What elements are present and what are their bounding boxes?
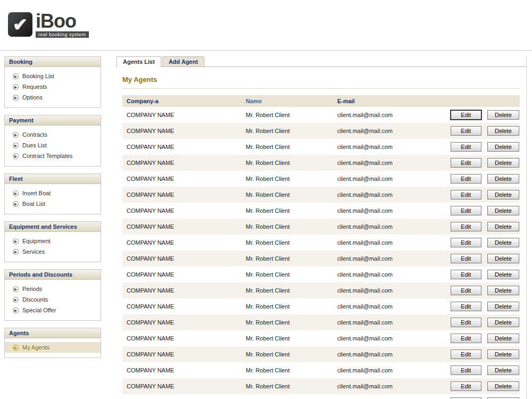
company-cell: COMPANY NAME bbox=[122, 187, 242, 203]
tab[interactable]: Add Agent bbox=[162, 56, 204, 67]
name-cell: Mr. Robert Client bbox=[242, 251, 333, 267]
sidebar-item-label: Options bbox=[22, 94, 43, 101]
email-cell: client.mail@mail.com bbox=[333, 251, 446, 267]
edit-button[interactable]: Edit bbox=[451, 270, 481, 279]
name-cell: Mr. Robert Client bbox=[242, 155, 333, 171]
delete-button[interactable]: Delete bbox=[487, 365, 519, 375]
delete-button[interactable]: Delete bbox=[487, 238, 519, 247]
delete-button[interactable]: Delete bbox=[487, 270, 519, 279]
sidebar-item-label: Special Offer bbox=[22, 307, 56, 313]
edit-button[interactable]: Edit bbox=[451, 206, 481, 215]
tab[interactable]: Agents List bbox=[117, 56, 161, 67]
name-cell: Mr. Robert Client bbox=[242, 219, 333, 235]
sidebar-item[interactable]: ▶ Contracts bbox=[5, 129, 101, 140]
email-cell: client.mail@mail.com bbox=[333, 219, 446, 235]
table-row: COMPANY NAME Mr. Robert Client client.ma… bbox=[122, 219, 520, 235]
delete-button[interactable]: Delete bbox=[487, 142, 519, 152]
email-cell: client.mail@mail.com bbox=[333, 267, 446, 282]
sidebar-item[interactable]: ▶ Equipment bbox=[5, 236, 101, 246]
delete-button[interactable]: Delete bbox=[487, 254, 519, 263]
table-row: COMPANY NAME Mr. Robert Client client.ma… bbox=[122, 139, 520, 155]
delete-button[interactable]: Delete bbox=[487, 334, 519, 343]
sidebar-item[interactable]: ▶ Booking List bbox=[5, 71, 101, 81]
sidebar-item[interactable]: ▶ Special Offer bbox=[5, 305, 101, 315]
name-cell: Mr. Robert Client bbox=[242, 330, 333, 346]
edit-button[interactable]: Edit bbox=[451, 238, 481, 247]
edit-button[interactable]: Edit bbox=[451, 334, 481, 343]
table-row: COMPANY NAME Mr. Robert Client client.ma… bbox=[122, 235, 520, 251]
edit-button[interactable]: Edit bbox=[451, 110, 481, 120]
delete-button[interactable]: Delete bbox=[487, 206, 519, 215]
delete-button[interactable]: Delete bbox=[487, 381, 519, 391]
name-cell: Mr. Robert Client bbox=[242, 394, 333, 399]
sidebar: Booking ▶ Booking List ▶ Requests ▶ Opti… bbox=[4, 56, 101, 365]
sidebar-section-agents: Agents ▶ My Agents bbox=[4, 328, 101, 358]
email-cell: client.mail@mail.com bbox=[333, 123, 446, 139]
sidebar-item[interactable]: ▶ Insert Boat bbox=[5, 188, 101, 198]
name-cell: Mr. Robert Client bbox=[242, 187, 333, 203]
edit-button[interactable]: Edit bbox=[451, 222, 481, 231]
sidebar-item-label: Contract Templates bbox=[22, 153, 73, 159]
edit-button[interactable]: Edit bbox=[451, 318, 481, 327]
edit-button[interactable]: Edit bbox=[451, 190, 481, 200]
edit-button[interactable]: Edit bbox=[451, 350, 481, 359]
sidebar-section-payment: Payment ▶ Contracts ▶ Dues List ▶ Contra… bbox=[4, 115, 101, 167]
sidebar-item-label: Insert Boat bbox=[22, 190, 51, 196]
sidebar-item[interactable]: ▶ Discounts bbox=[5, 294, 101, 305]
delete-button[interactable]: Delete bbox=[487, 286, 519, 295]
delete-button[interactable]: Delete bbox=[487, 190, 519, 200]
arrow-icon: ▶ bbox=[13, 307, 19, 313]
email-cell: client.mail@mail.com bbox=[333, 171, 446, 187]
email-cell: client.mail@mail.com bbox=[333, 330, 446, 346]
edit-button[interactable]: Edit bbox=[451, 174, 481, 184]
email-cell: client.mail@mail.com bbox=[333, 139, 446, 155]
email-cell: client.mail@mail.com bbox=[333, 155, 446, 171]
company-cell: COMPANY NAME bbox=[122, 203, 242, 219]
name-cell: Mr. Robert Client bbox=[242, 123, 333, 139]
email-cell: client.mail@mail.com bbox=[333, 346, 446, 362]
agents-table: Company-a Name E-mail COMPANY NAME Mr. R… bbox=[122, 95, 520, 399]
edit-button[interactable]: Edit bbox=[451, 158, 481, 168]
sidebar-section-booking: Booking ▶ Booking List ▶ Requests ▶ Opti… bbox=[4, 56, 101, 108]
arrow-icon: ▶ bbox=[13, 238, 19, 244]
delete-button[interactable]: Delete bbox=[487, 110, 519, 120]
sidebar-item-label: Boat List bbox=[22, 201, 45, 207]
sidebar-item[interactable]: ▶ Requests bbox=[5, 81, 101, 92]
delete-button[interactable]: Delete bbox=[487, 158, 519, 168]
sidebar-section-title: Fleet bbox=[5, 174, 101, 184]
delete-button[interactable]: Delete bbox=[487, 350, 519, 359]
sidebar-item[interactable]: ▶ Contract Templates bbox=[5, 151, 101, 161]
delete-button[interactable]: Delete bbox=[487, 126, 519, 136]
edit-button[interactable]: Edit bbox=[451, 142, 481, 152]
sidebar-item[interactable]: ▶ Dues List bbox=[5, 140, 101, 151]
delete-button[interactable]: Delete bbox=[487, 174, 519, 184]
edit-button[interactable]: Edit bbox=[451, 365, 481, 375]
email-cell: client.mail@mail.com bbox=[333, 187, 446, 203]
sidebar-item[interactable]: ▶ Boat List bbox=[5, 198, 101, 209]
company-cell: COMPANY NAME bbox=[122, 235, 242, 251]
name-cell: Mr. Robert Client bbox=[242, 267, 333, 282]
sidebar-item-my-agents[interactable]: ▶ My Agents bbox=[5, 342, 101, 353]
edit-button[interactable]: Edit bbox=[451, 286, 481, 295]
sidebar-section-title: Booking bbox=[5, 57, 101, 67]
brand-name: iBoo bbox=[36, 12, 89, 30]
sidebar-item[interactable]: ▶ Options bbox=[5, 92, 101, 103]
sidebar-section-title: Equipment and Services bbox=[5, 222, 101, 232]
agents-table-body: COMPANY NAME Mr. Robert Client client.ma… bbox=[122, 107, 520, 399]
name-cell: Mr. Robert Client bbox=[242, 298, 333, 314]
sidebar-item[interactable]: ▶ Periods bbox=[5, 284, 101, 294]
delete-button[interactable]: Delete bbox=[487, 318, 519, 327]
company-cell: COMPANY NAME bbox=[122, 155, 242, 171]
arrow-icon: ▶ bbox=[13, 190, 19, 196]
delete-button[interactable]: Delete bbox=[487, 222, 519, 231]
edit-button[interactable]: Edit bbox=[451, 254, 481, 263]
edit-button[interactable]: Edit bbox=[451, 302, 481, 311]
delete-button[interactable]: Delete bbox=[487, 302, 519, 311]
arrow-icon: ▶ bbox=[13, 95, 19, 101]
arrow-icon: ▶ bbox=[13, 201, 19, 207]
sidebar-item[interactable]: ▶ Services bbox=[5, 246, 101, 257]
edit-button[interactable]: Edit bbox=[451, 381, 481, 391]
edit-button[interactable]: Edit bbox=[451, 126, 481, 136]
company-cell: COMPANY NAME bbox=[122, 362, 242, 378]
name-cell: Mr. Robert Client bbox=[242, 235, 333, 251]
